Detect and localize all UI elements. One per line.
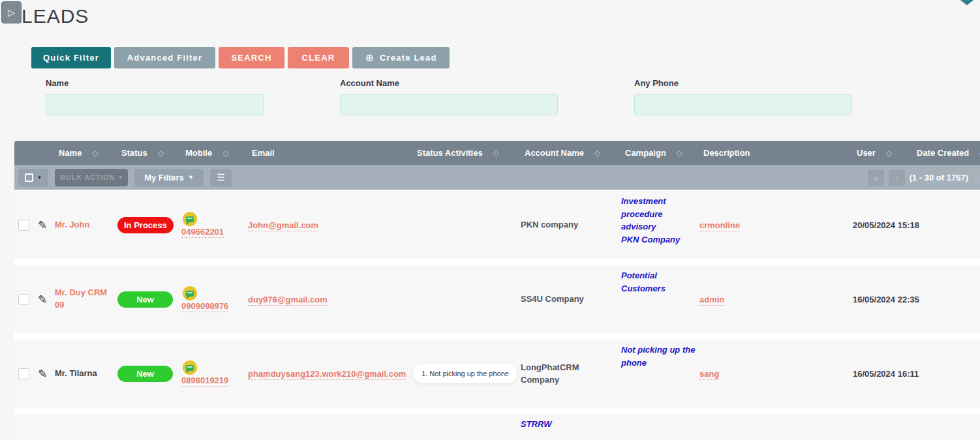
- plus-circle-icon: ⊕: [365, 51, 375, 64]
- user-link[interactable]: sang: [699, 369, 719, 380]
- edit-pencil-icon[interactable]: ✎: [38, 219, 47, 231]
- leads-table: Name◇Status◇Mobile◇EmailStatus Activitie…: [14, 141, 980, 440]
- column-header-name[interactable]: Name◇: [54, 148, 116, 158]
- description-text: Not picking up the phone: [620, 340, 698, 369]
- pagination-range-text: (1 - 30 of 1757): [910, 173, 968, 183]
- sort-icon: ◇: [493, 149, 499, 158]
- sort-icon: ◇: [886, 149, 892, 158]
- sort-icon: ◇: [594, 149, 600, 158]
- description-line: Potential Customers: [621, 269, 698, 295]
- pagination: « ‹ (1 - 30 of 1757) ›: [868, 169, 980, 186]
- column-label: Status: [121, 148, 147, 158]
- email-link[interactable]: phamduysang123.work210@gmail.com: [248, 369, 406, 380]
- sort-icon: ◇: [158, 149, 164, 158]
- sort-icon: ◇: [222, 149, 228, 158]
- description-line: Investment procedure advisory: [621, 195, 698, 233]
- page-title: LEADS: [22, 5, 89, 27]
- sidebar-toggle-button[interactable]: ▷: [1, 1, 22, 23]
- row-checkbox[interactable]: [18, 220, 29, 231]
- search-button[interactable]: SEARCH: [219, 47, 284, 68]
- any-phone-filter-input[interactable]: [634, 94, 852, 115]
- account-name-filter-input[interactable]: [340, 94, 558, 115]
- advanced-filter-button[interactable]: Advanced Filter: [114, 47, 215, 68]
- row-edit-cell: ✎: [33, 367, 54, 381]
- name-filter-input[interactable]: [46, 94, 264, 115]
- edit-pencil-icon[interactable]: ✎: [38, 293, 47, 306]
- row-edit-cell: ✎: [33, 218, 54, 232]
- sms-chat-icon[interactable]: [183, 286, 197, 301]
- select-all-dropdown-button[interactable]: ▼: [18, 169, 48, 186]
- column-header-mobile[interactable]: Mobile◇: [180, 148, 247, 158]
- lead-name-link[interactable]: Mr. Duy CRM 09: [55, 287, 107, 310]
- caret-down-icon: ▼: [188, 174, 194, 181]
- name-cell: Mr. Tilarna: [54, 368, 116, 380]
- lead-name-link[interactable]: Mr. Tilarna: [55, 368, 97, 378]
- user-cell: crmonline: [698, 220, 851, 230]
- sort-icon: ◇: [677, 149, 682, 158]
- table-body: ✎ Mr. John In Process 049662201 John@gma…: [14, 190, 980, 440]
- column-label: Mobile: [185, 148, 212, 158]
- description-line: STRRW: [521, 418, 620, 431]
- column-header-campaign[interactable]: Campaign◇: [620, 148, 698, 158]
- column-header-email[interactable]: Email: [247, 148, 412, 158]
- user-link[interactable]: admin: [699, 295, 724, 306]
- row-checkbox[interactable]: [18, 368, 29, 379]
- any-phone-filter-label: Any Phone: [634, 78, 852, 88]
- list-view-icon: ☰: [217, 172, 225, 183]
- first-page-button[interactable]: «: [868, 169, 884, 186]
- status-activity-chip[interactable]: 1. Not picking up the phone: [413, 364, 517, 383]
- next-page-button[interactable]: ›: [973, 169, 980, 186]
- edit-pencil-icon[interactable]: ✎: [38, 368, 47, 380]
- user-cell: admin: [698, 295, 851, 304]
- previous-page-button[interactable]: ‹: [889, 169, 905, 186]
- name-cell: Mr. Duy CRM 09: [54, 287, 116, 312]
- sms-chat-icon[interactable]: [183, 212, 197, 226]
- account-name-text: SS4U Company: [519, 293, 620, 306]
- bulk-action-label: BULK ACTION: [60, 173, 115, 181]
- caret-down-icon: ▼: [37, 175, 42, 181]
- mobile-number-link[interactable]: 0898019219: [181, 375, 228, 387]
- description-text: STRRW: [519, 414, 620, 431]
- column-label: Description: [703, 148, 750, 158]
- status-cell: In Process: [116, 217, 180, 233]
- description-text: Investment procedure advisoryPKN Company: [620, 191, 698, 246]
- clear-button[interactable]: CLEAR: [288, 47, 349, 68]
- user-link[interactable]: crmonline: [699, 220, 740, 231]
- column-label: Account Name: [525, 148, 584, 158]
- user-cell: sang: [698, 369, 851, 379]
- column-header-account-name[interactable]: Account Name◇: [519, 148, 620, 158]
- mobile-cell: 0898019219: [180, 360, 247, 387]
- sms-chat-icon[interactable]: [183, 360, 197, 375]
- caret-down-icon: ▾: [119, 174, 122, 181]
- description-line: PKN Company: [621, 233, 698, 246]
- mobile-cell: 049662201: [180, 212, 247, 238]
- date-created-text: 16/05/2024 16:11: [851, 369, 911, 379]
- my-filters-dropdown[interactable]: My Filters ▼: [134, 169, 204, 186]
- quick-filter-button[interactable]: Quick Filter: [31, 47, 111, 68]
- bulk-action-button[interactable]: BULK ACTION ▾: [55, 169, 128, 186]
- column-header-user[interactable]: User◇: [851, 148, 911, 158]
- column-label: Campaign: [625, 148, 666, 158]
- row-checkbox[interactable]: [18, 294, 29, 305]
- create-lead-button[interactable]: ⊕ Create Lead: [352, 47, 450, 68]
- action-button-bar: Quick Filter Advanced Filter SEARCH CLEA…: [31, 47, 450, 68]
- row-checkbox-cell: [14, 368, 33, 379]
- status-badge: New: [117, 291, 173, 308]
- sort-icon: ◇: [92, 149, 98, 158]
- name-filter-label: Name: [46, 78, 264, 88]
- email-link[interactable]: John@gmail.com: [248, 220, 318, 231]
- email-link[interactable]: duy976@gmail.com: [248, 295, 328, 306]
- status-activity-cell: 1. Not picking up the phone: [412, 364, 519, 383]
- list-view-button[interactable]: ☰: [210, 169, 232, 186]
- mobile-number-link[interactable]: 0909098976: [181, 301, 228, 312]
- lead-name-link[interactable]: Mr. John: [55, 220, 89, 229]
- table-row: ✎ STRRW: [14, 414, 980, 440]
- column-header-description[interactable]: Description: [698, 148, 851, 158]
- column-header-status-activities[interactable]: Status Activities◇: [412, 148, 519, 158]
- column-header-status[interactable]: Status◇: [116, 148, 180, 158]
- description-text: Potential Customers: [620, 265, 698, 295]
- table-toolbar: ▼ BULK ACTION ▾ My Filters ▼ ☰ « ‹ (1 - …: [14, 165, 980, 190]
- mobile-number-link[interactable]: 049662201: [181, 227, 224, 238]
- column-header-date-created[interactable]: Date Created◆: [911, 148, 980, 158]
- row-checkbox-cell: [14, 294, 33, 305]
